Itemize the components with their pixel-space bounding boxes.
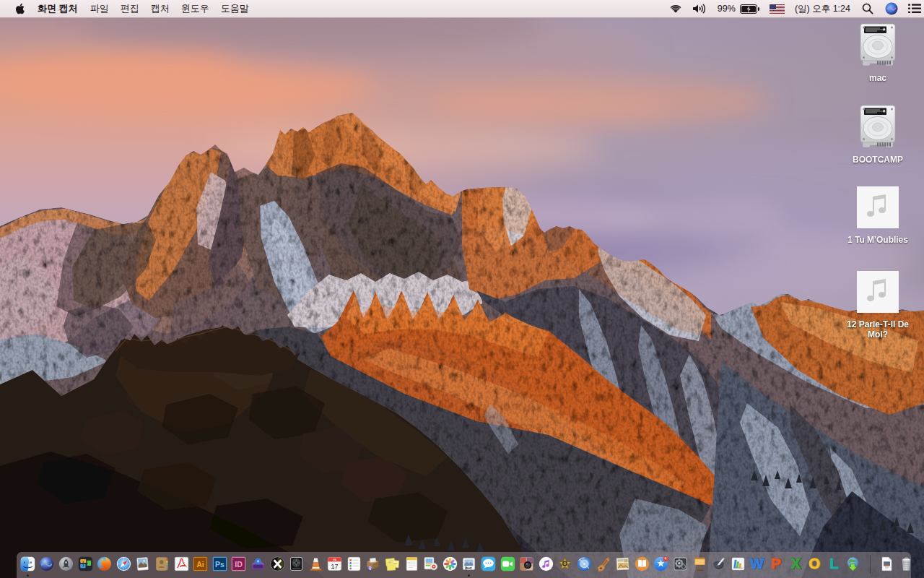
svg-text:W: W bbox=[750, 556, 764, 571]
svg-text:17: 17 bbox=[331, 563, 339, 570]
svg-text:O: O bbox=[808, 556, 820, 571]
svg-text:Ai: Ai bbox=[196, 560, 204, 569]
svg-text:X: X bbox=[790, 556, 801, 571]
svg-text:Q: Q bbox=[369, 566, 372, 570]
svg-text:L: L bbox=[829, 556, 838, 571]
svg-text:PDF: PDF bbox=[885, 566, 889, 569]
svg-text:6월: 6월 bbox=[333, 558, 337, 561]
svg-text:4: 4 bbox=[665, 556, 667, 561]
svg-text:Ps: Ps bbox=[215, 560, 225, 569]
svg-text:ID: ID bbox=[235, 560, 243, 569]
svg-text:Mga: Mga bbox=[393, 562, 397, 564]
svg-text:P: P bbox=[771, 556, 780, 571]
